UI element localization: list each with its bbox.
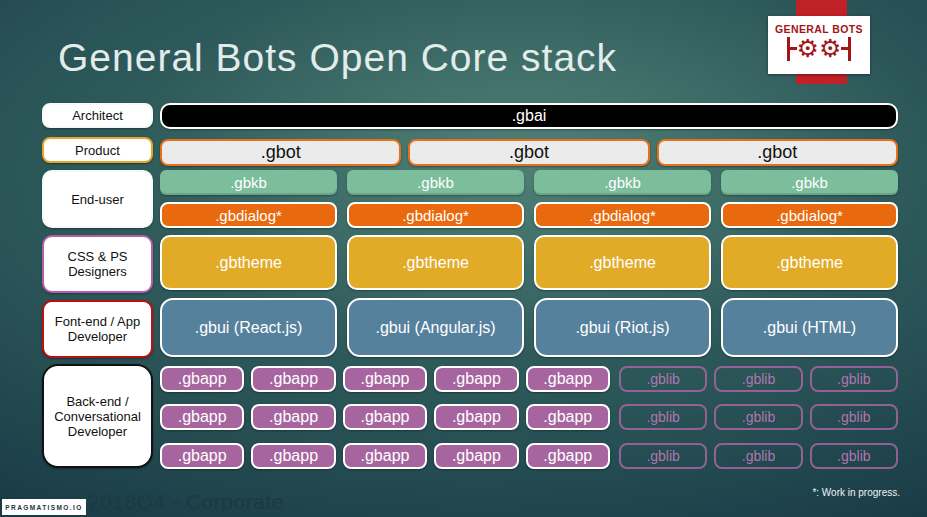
gbtheme-box: .gbtheme bbox=[160, 235, 337, 290]
gbapp-box: .gbapp bbox=[343, 366, 427, 392]
gbapp-box: .gbapp bbox=[160, 443, 244, 469]
gbdialog-box: .gbdialog* bbox=[347, 202, 524, 228]
gbapp-box: .gbapp bbox=[251, 443, 335, 469]
side-label-text: End-user bbox=[71, 192, 124, 207]
backend-row: .gbapp .gbapp .gbapp .gbapp .gbapp .gbli… bbox=[160, 366, 898, 392]
page-title: General Bots Open Core stack bbox=[58, 36, 617, 80]
gear-icon: ⚙ bbox=[797, 35, 819, 62]
gbtheme-box: .gbtheme bbox=[534, 235, 711, 290]
gear-stub-left bbox=[790, 47, 797, 50]
gblib-box: .gblib bbox=[810, 366, 898, 392]
gbkb-box: .gbkb bbox=[534, 170, 711, 195]
side-label-designers: CSS & PS Designers bbox=[42, 235, 153, 293]
gbai-box: .gbai bbox=[160, 103, 898, 129]
gblib-box: .gblib bbox=[714, 443, 802, 469]
gbui-html-box: .gbui (HTML) bbox=[721, 298, 898, 357]
general-bots-logo: GENERAL BOTS ⚙ ⚙ bbox=[768, 16, 870, 74]
gbapp-box: .gbapp bbox=[160, 366, 244, 392]
gbkb-row: .gbkb .gbkb .gbkb .gbkb bbox=[160, 170, 898, 195]
gbapp-box: .gbapp bbox=[526, 366, 610, 392]
gbtheme-box: .gbtheme bbox=[347, 235, 524, 290]
gbapp-box: .gbapp bbox=[343, 443, 427, 469]
side-label-product: Product bbox=[42, 137, 153, 163]
side-label-text: Developer bbox=[68, 329, 127, 344]
gbtheme-row: .gbtheme .gbtheme .gbtheme .gbtheme bbox=[160, 235, 898, 290]
gbui-row: .gbui (React.js) .gbui (Angular.js) .gbu… bbox=[160, 298, 898, 357]
slide: General Bots Open Core stack GENERAL BOT… bbox=[0, 0, 927, 517]
gblib-box: .gblib bbox=[619, 404, 707, 430]
footer-version-text: 2018Q4 - Corporate bbox=[88, 490, 284, 514]
side-label-text: Developer bbox=[68, 424, 127, 439]
gbkb-box: .gbkb bbox=[347, 170, 524, 195]
gbdialog-box: .gbdialog* bbox=[721, 202, 898, 228]
gears-icon: ⚙ ⚙ bbox=[787, 35, 852, 62]
gbdialog-box: .gbdialog* bbox=[534, 202, 711, 228]
gbui-react-box: .gbui (React.js) bbox=[160, 298, 337, 357]
gblib-box: .gblib bbox=[714, 404, 802, 430]
work-in-progress-note: *: Work in progress. bbox=[812, 487, 900, 498]
side-label-text: CSS & PS bbox=[68, 249, 128, 264]
gbapp-box: .gbapp bbox=[251, 366, 335, 392]
side-label-text: Font-end / App bbox=[55, 314, 140, 329]
gbot-box: .gbot bbox=[657, 139, 898, 166]
side-label-end-user: End-user bbox=[42, 170, 153, 228]
gbapp-box: .gbapp bbox=[434, 404, 518, 430]
gear-icon: ⚙ bbox=[819, 35, 841, 62]
gbot-box: .gbot bbox=[408, 139, 649, 166]
side-label-text: Designers bbox=[68, 264, 127, 279]
gbui-angular-box: .gbui (Angular.js) bbox=[347, 298, 524, 357]
gbtheme-box: .gbtheme bbox=[721, 235, 898, 290]
backend-row: .gbapp .gbapp .gbapp .gbapp .gbapp .gbli… bbox=[160, 404, 898, 430]
gbapp-box: .gbapp bbox=[434, 443, 518, 469]
gbapp-box: .gbapp bbox=[434, 366, 518, 392]
gbdialog-box: .gbdialog* bbox=[160, 202, 337, 228]
side-label-backend: Back-end / Conversational Developer bbox=[42, 364, 153, 468]
side-label-architect: Architect bbox=[42, 103, 153, 128]
side-label-text: Architect bbox=[72, 108, 123, 123]
gbkb-box: .gbkb bbox=[721, 170, 898, 195]
backend-row: .gbapp .gbapp .gbapp .gbapp .gbapp .gbli… bbox=[160, 443, 898, 469]
gbui-riot-box: .gbui (Riot.js) bbox=[534, 298, 711, 357]
gbot-row: .gbot .gbot .gbot bbox=[160, 139, 898, 166]
gbapp-box: .gbapp bbox=[526, 404, 610, 430]
side-label-text: Product bbox=[75, 143, 120, 158]
gblib-box: .gblib bbox=[619, 443, 707, 469]
gbapp-box: .gbapp bbox=[526, 443, 610, 469]
gbkb-box: .gbkb bbox=[160, 170, 337, 195]
gbot-box: .gbot bbox=[160, 139, 401, 166]
side-label-text: Back-end / bbox=[66, 394, 128, 409]
pragmatismo-badge: PRAGMATISMO.IO bbox=[2, 499, 86, 515]
side-label-text: Conversational bbox=[54, 409, 141, 424]
gbapp-box: .gbapp bbox=[343, 404, 427, 430]
gblib-box: .gblib bbox=[810, 404, 898, 430]
side-label-frontend: Font-end / App Developer bbox=[42, 300, 153, 358]
gblib-box: .gblib bbox=[714, 366, 802, 392]
gbapp-box: .gbapp bbox=[251, 404, 335, 430]
gblib-box: .gblib bbox=[619, 366, 707, 392]
gear-stub-right bbox=[841, 47, 848, 50]
gblib-box: .gblib bbox=[810, 443, 898, 469]
gbdialog-row: .gbdialog* .gbdialog* .gbdialog* .gbdial… bbox=[160, 202, 898, 228]
gbapp-box: .gbapp bbox=[160, 404, 244, 430]
gear-bar-right bbox=[848, 37, 851, 61]
